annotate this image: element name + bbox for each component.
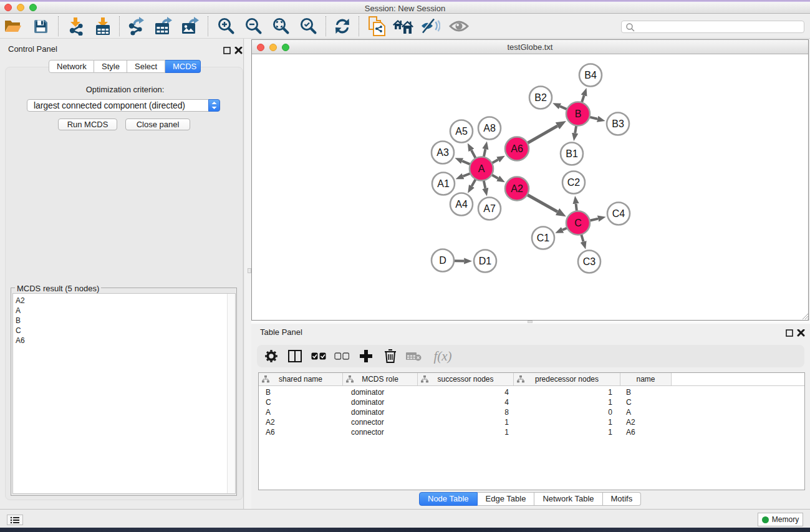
svg-text:B1: B1 [566, 148, 578, 159]
svg-text:C: C [574, 218, 582, 228]
svg-text:B2: B2 [534, 92, 547, 103]
svg-text:A5: A5 [455, 126, 468, 137]
svg-text:A3: A3 [436, 147, 449, 158]
svg-text:A: A [478, 163, 485, 174]
svg-text:C2: C2 [567, 177, 581, 188]
svg-text:A6: A6 [511, 143, 523, 154]
svg-text:B4: B4 [584, 70, 597, 80]
svg-text:B: B [575, 109, 582, 119]
svg-text:A8: A8 [483, 123, 496, 133]
svg-text:A4: A4 [455, 199, 468, 210]
svg-text:D1: D1 [479, 256, 492, 266]
svg-text:D: D [439, 255, 446, 266]
svg-text:A1: A1 [437, 178, 450, 189]
svg-text:C1: C1 [537, 233, 550, 243]
svg-text:A2: A2 [511, 183, 523, 194]
svg-text:C4: C4 [612, 208, 625, 219]
svg-text:A7: A7 [483, 203, 496, 214]
svg-text:B3: B3 [612, 118, 624, 129]
svg-text:C3: C3 [583, 256, 596, 267]
